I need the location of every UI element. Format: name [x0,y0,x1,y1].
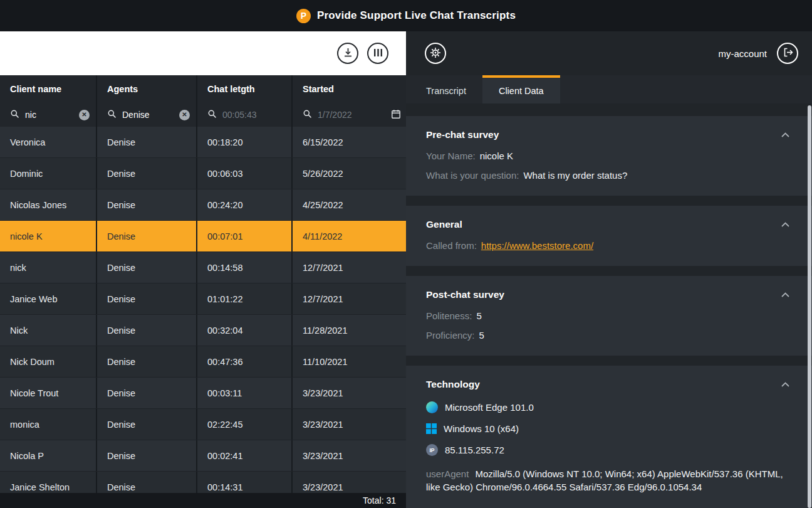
table-row[interactable]: monica Denise 02:22:45 3/23/2021 [0,409,406,440]
download-icon [343,47,353,60]
section-pre-chat-survey: Pre-chat survey Your Name:nicole K What … [406,116,812,196]
logout-button[interactable] [777,43,798,64]
cell-started: 3/23/2021 [293,440,406,471]
cell-agent: Denise [97,346,197,377]
field-your-name: Your Name:nicole K [426,151,793,161]
table-row[interactable]: Nicola P Denise 00:02:41 3/23/2021 [0,440,406,472]
cell-started: 4/11/2022 [293,221,406,251]
section-title: General [426,219,462,230]
tab-transcript[interactable]: Transcript [410,75,482,103]
cell-client: Veronica [0,127,97,157]
transcripts-table: Client name Agents Chat letgth Started n… [0,75,406,508]
settings-button[interactable] [425,43,446,64]
table-row[interactable]: Dominic Denise 00:06:03 5/26/2022 [0,158,406,189]
column-header-chat-length[interactable]: Chat letgth [197,75,293,103]
table-row[interactable]: Nicole Trout Denise 00:03:11 3/23/2021 [0,378,406,409]
filter-started-placeholder: 1/7/2022 [318,110,352,120]
scrollbar[interactable] [808,105,811,508]
filter-client-name[interactable]: nic ✕ [0,103,97,127]
collapse-button[interactable] [778,127,793,142]
field-label: Proficiency: [426,330,475,341]
field-called-from: Called from:https://www.beststore.com/ [426,240,793,251]
table-row[interactable]: Janice Web Denise 01:01:22 12/7/2021 [0,283,406,315]
chevron-up-icon [781,379,789,389]
cell-client: monica [0,409,97,440]
column-header-client-name[interactable]: Client name [0,75,97,103]
download-button[interactable] [337,43,358,64]
table-row[interactable]: Nicolas Jones Denise 00:24:20 4/25/2022 [0,189,406,221]
section-technology: Technology Microsoft Edge 101.0 Windows … [406,366,812,508]
columns-button[interactable] [367,43,388,64]
cell-agent: Denise [97,378,197,408]
filter-started[interactable]: 1/7/2022 [293,103,406,127]
tech-ip: IP 85.115.255.72 [426,444,793,456]
cell-started: 12/7/2021 [293,252,406,283]
filter-chat-length[interactable]: 00:05:43 [197,103,293,127]
logout-icon [783,47,793,60]
table-row[interactable]: Veronica Denise 00:18:20 6/15/2022 [0,127,406,158]
chevron-up-icon [781,290,789,299]
cell-client: Nick [0,315,97,346]
cell-length: 00:47:36 [197,346,293,377]
search-icon [303,109,312,120]
table-row[interactable]: Nick Denise 00:32:04 11/28/2021 [0,315,406,346]
table-footer: Total: 31 [0,493,406,508]
cell-client: nicole K [0,221,97,251]
clear-agents-filter-button[interactable]: ✕ [179,110,190,120]
field-label: What is your question: [426,170,519,181]
cell-started: 12/7/2021 [293,283,406,314]
filter-agents[interactable]: Denise ✕ [97,103,197,127]
collapse-button[interactable] [778,377,793,391]
app-logo-icon: P [296,9,311,23]
edge-browser-icon [426,401,438,413]
tech-os: Windows 10 (x64) [426,423,793,434]
app-title: Provide Support Live Chat Transcripts [317,9,516,22]
called-from-link[interactable]: https://www.beststore.com/ [481,240,593,251]
search-icon [107,109,117,120]
table-row[interactable]: Nick Doum Denise 00:47:36 11/10/2021 [0,346,406,378]
account-name: my-account [718,48,767,59]
cell-started: 11/10/2021 [293,346,406,377]
cell-length: 00:03:11 [197,378,293,408]
windows-icon [426,423,437,434]
filter-chat-length-placeholder: 00:05:43 [222,110,257,120]
collapse-button[interactable] [778,287,793,302]
column-header-agents[interactable]: Agents [97,75,197,103]
clear-client-filter-button[interactable]: ✕ [79,110,90,120]
tab-client-data[interactable]: Client Data [482,75,560,103]
section-title: Technology [426,379,480,390]
search-icon [207,109,217,120]
table-row-selected[interactable]: nicole K Denise 00:07:01 4/11/2022 [0,221,406,252]
table-filter-row: nic ✕ Denise ✕ 00:05:43 [0,103,406,127]
table-row[interactable]: nick Denise 00:14:58 12/7/2021 [0,252,406,283]
cell-length: 00:24:20 [197,189,293,220]
cell-agent: Denise [97,283,197,314]
section-title: Post-chat survey [426,289,504,300]
collapse-button[interactable] [778,217,793,231]
cell-started: 5/26/2022 [293,158,406,189]
cell-length: 00:14:58 [197,252,293,283]
cell-started: 11/28/2021 [293,315,406,346]
table-header-row: Client name Agents Chat letgth Started [0,75,406,103]
client-data-panel: Pre-chat survey Your Name:nicole K What … [406,103,812,508]
field-question: What is your question:What is my order s… [426,170,793,181]
chevron-up-icon [781,130,789,139]
cell-length: 02:22:45 [197,409,293,440]
calendar-icon [391,109,401,121]
cell-agent: Denise [97,315,197,346]
ip-address-icon: IP [426,444,438,456]
cell-agent: Denise [97,127,197,157]
field-value: 5 [479,330,484,341]
calendar-button[interactable] [391,109,401,121]
field-value: What is my order status? [523,170,627,181]
column-header-started[interactable]: Started [293,75,406,103]
field-value: 5 [476,310,481,321]
account-area: my-account [718,43,798,64]
field-label: userAgent [426,468,469,479]
cell-length: 01:01:22 [197,283,293,314]
cell-agent: Denise [97,221,197,251]
cell-length: 00:32:04 [197,315,293,346]
chevron-up-icon [781,220,789,229]
tech-user-agent: userAgentMozilla/5.0 (Windows NT 10.0; W… [426,467,793,494]
field-label: Called from: [426,240,477,251]
